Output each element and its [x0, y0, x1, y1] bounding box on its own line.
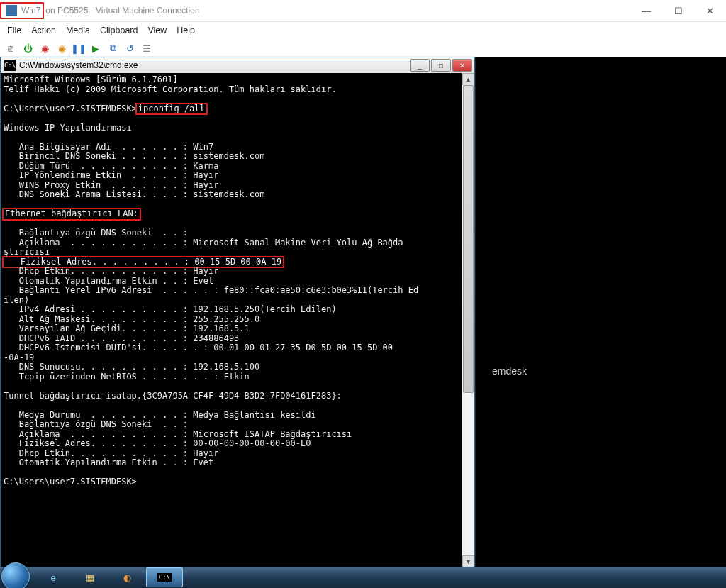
cmd-line	[4, 133, 465, 143]
checkpoint-icon[interactable]: ⧉	[106, 42, 119, 55]
cmd-line: Otomatik Yapılandırma Etkin . . : Evet	[4, 458, 465, 468]
cmd-line: WINS Proxy Etkin . . . . . . . : Hayır	[4, 181, 465, 191]
vmc-toolbar: ⎚ ⏻ ◉ ◉ ❚❚ ▶ ⧉ ↺ ☰	[0, 39, 726, 58]
taskbar-pin-ie[interactable]: e	[35, 568, 71, 587]
explorer-icon: ▦	[86, 572, 94, 583]
minimize-button[interactable]: —	[630, 1, 662, 21]
cmd-line: Fiziksel Adres. . . . . . . . . : 00-00-…	[4, 439, 465, 449]
cmd-prompt-line: C:\Users\user7.SISTEMDESK>ipconfig /all	[4, 104, 465, 114]
cmd-minimize-button[interactable]: _	[410, 59, 430, 72]
cmd-line: Ana Bilgisayar Adı . . . . . . : Win7	[4, 143, 465, 152]
cmd-line: IP Yönlendirme Etkin . . . . . : Hayır	[4, 171, 465, 181]
cmd-line: ilen)	[4, 296, 465, 306]
cmd-line: Tunnel bağdaştırıcı isatap.{3C9A795A-CF4…	[4, 392, 465, 401]
menu-help[interactable]: Help	[177, 26, 195, 35]
cmd-line: Bağlantıya özgü DNS Soneki . . :	[4, 420, 465, 430]
cmd-title-text: C:\Windows\system32\cmd.exe	[19, 60, 138, 70]
cmd-scrollbar[interactable]: ▲ ▼	[462, 73, 474, 568]
cmd-window-buttons: _ □ ✕	[410, 59, 474, 72]
maximize-button[interactable]: ☐	[662, 1, 694, 21]
cmd-line	[4, 94, 465, 104]
vmc-menubar: File Action Media Clipboard View Help	[0, 22, 726, 39]
desktop-background-text: emdesk	[492, 365, 527, 377]
cmd-line: Bağlantıya özgü DNS Soneki . . :	[4, 228, 465, 238]
cmd-line	[4, 468, 465, 478]
cmd-line: Fiziksel Adres. . . . . . . . . : 00-15-…	[4, 257, 465, 267]
cmd-prompt: C:\Users\user7.SISTEMDESK>	[4, 104, 137, 113]
vm-guest-desktop: emdesk C:\ C:\Windows\system32\cmd.exe _…	[0, 57, 726, 588]
cmd-icon: C:\	[4, 60, 16, 71]
scroll-track[interactable]	[462, 85, 474, 556]
vmc-window-buttons: — ☐ ✕	[630, 1, 726, 21]
cmd-line: Medya Durumu . . . . . . . . . : Medya B…	[4, 411, 465, 421]
cmd-line: Açıklama . . . . . . . . . . . : Microso…	[4, 430, 465, 440]
cmd-prompt-line: C:\Users\user7.SISTEMDESK>	[4, 477, 465, 487]
ctrl-alt-del-icon[interactable]: ⎚	[4, 42, 17, 55]
taskbar-pin-wmp[interactable]: ◐	[109, 568, 145, 587]
scroll-thumb[interactable]	[463, 85, 474, 393]
vmc-title-text: on PC5525 - Virtual Machine Connection	[45, 6, 199, 16]
cmd-line: DHCPv6 İstemcisi DUID'si. . . . . . : 00…	[4, 343, 465, 353]
menu-file[interactable]: File	[7, 26, 21, 35]
menu-media[interactable]: Media	[66, 26, 90, 35]
cmd-line: Telif Hakkı (c) 2009 Microsoft Corporati…	[4, 85, 465, 95]
menu-clipboard[interactable]: Clipboard	[100, 26, 138, 35]
cmd-line: Birincil DNS Soneki . . . . . . : sistem…	[4, 152, 465, 162]
scroll-up-icon[interactable]: ▲	[462, 73, 474, 86]
start-icon[interactable]: ⏻	[21, 42, 34, 55]
cmd-line: Windows IP Yapılandırması	[4, 123, 465, 133]
cmd-line: Microsoft Windows [Sürüm 6.1.7601]	[4, 75, 465, 85]
start-button[interactable]	[1, 562, 30, 588]
close-button[interactable]: ✕	[694, 1, 726, 21]
vm-icon	[6, 5, 17, 16]
ie-icon: e	[50, 572, 55, 583]
cmd-line: -0A-19	[4, 353, 465, 363]
cmd-line: ştırıcısı	[4, 248, 465, 257]
cmd-line	[4, 401, 465, 411]
highlight-adapter-header: Ethernet bağdaştırıcı LAN:	[4, 209, 140, 219]
wmp-icon: ◐	[123, 572, 131, 583]
cmd-titlebar[interactable]: C:\ C:\Windows\system32\cmd.exe _ □ ✕	[1, 57, 474, 74]
cmd-icon: C:\	[157, 573, 172, 582]
cmd-line: DHCPv6 IAID . . . . . . . . . . : 234886…	[4, 334, 465, 344]
revert-icon[interactable]: ↺	[123, 42, 136, 55]
share-icon[interactable]: ☰	[140, 42, 153, 55]
play-icon[interactable]: ▶	[89, 42, 102, 55]
cmd-close-button[interactable]: ✕	[452, 59, 472, 72]
guest-taskbar[interactable]: e ▦ ◐ C:\	[0, 567, 726, 588]
taskbar-pins: e ▦ ◐ C:\	[35, 567, 183, 588]
taskbar-pin-cmd[interactable]: C:\	[146, 567, 183, 587]
taskbar-pin-explorer[interactable]: ▦	[72, 568, 108, 587]
cmd-line: DNS Soneki Arama Listesi. . . . : sistem…	[4, 190, 465, 200]
highlight-physical-address: Fiziksel Adres. . . . . . . . . : 00-15-…	[4, 257, 283, 267]
cmd-line: Alt Ağ Maskesi. . . . . . . . . : 255.25…	[4, 315, 465, 325]
cmd-line	[4, 219, 465, 229]
cmd-line: Varsayılan Ağ Geçidi. . . . . . : 192.16…	[4, 324, 465, 334]
cmd-line: Bağlantı Yerel IPv6 Adresi . . . . . : f…	[4, 286, 465, 296]
title-highlight-win7: Win7	[0, 2, 44, 19]
cmd-line: Düğüm Türü . . . . . . . . . . : Karma	[4, 162, 465, 172]
cmd-line: Dhcp Etkin. . . . . . . . . . . : Hayır	[4, 449, 465, 459]
vmc-window: Win7 on PC5525 - Virtual Machine Connect…	[0, 0, 726, 588]
menu-view[interactable]: View	[147, 26, 167, 35]
pause-icon[interactable]: ❚❚	[72, 42, 85, 55]
cmd-line	[4, 382, 465, 392]
cmd-maximize-button[interactable]: □	[431, 59, 451, 72]
highlight-command: ipconfig /all	[137, 104, 206, 114]
menu-action[interactable]: Action	[31, 26, 56, 35]
cmd-window[interactable]: C:\ C:\Windows\system32\cmd.exe _ □ ✕ Mi…	[0, 57, 475, 569]
cmd-line: Dhcp Etkin. . . . . . . . . . . : Hayır	[4, 267, 465, 277]
cmd-line: Tcpip üzerinden NetBIOS . . . . . . . : …	[4, 372, 465, 382]
cmd-line: Açıklama . . . . . . . . . . . : Microso…	[4, 238, 465, 248]
shutdown-icon[interactable]: ◉	[55, 42, 68, 55]
cmd-line: Ethernet bağdaştırıcı LAN:	[4, 209, 465, 219]
cmd-line	[4, 200, 465, 210]
vmc-titlebar: Win7 on PC5525 - Virtual Machine Connect…	[0, 0, 726, 22]
turnoff-icon[interactable]: ◉	[38, 42, 51, 55]
cmd-output[interactable]: Microsoft Windows [Sürüm 6.1.7601]Telif …	[1, 73, 468, 568]
cmd-line	[4, 113, 465, 123]
cmd-line: Otomatik Yapılandırma Etkin . . : Evet	[4, 277, 465, 287]
cmd-line: IPv4 Adresi . . . . . . . . . . : 192.16…	[4, 305, 465, 315]
cmd-line: DNS Sunucusu. . . . . . . . . . : 192.16…	[4, 362, 465, 372]
vm-name-text: Win7	[21, 6, 40, 16]
